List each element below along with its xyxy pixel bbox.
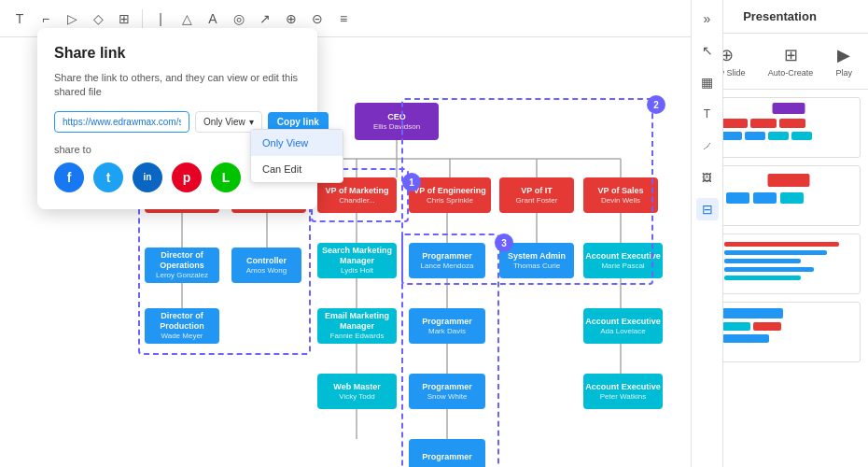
slides-panel-icon[interactable]: ⊟ [696,198,719,220]
slide1-ceo-box [772,103,805,114]
share-link-input[interactable] [54,111,189,133]
slide4-content [717,303,860,348]
slide3-lines [717,234,860,288]
pinterest-share-icon[interactable]: p [172,163,202,192]
linkedin-share-icon[interactable]: in [133,163,162,192]
email-mkt-node[interactable]: Email Marketing Manager Fannie Edwards [317,308,397,344]
image-icon[interactable]: 🖼 [696,166,719,189]
acct-exec1-name: Marie Pascal [601,262,644,271]
dir-ops-title: Director of Operations [145,250,219,271]
programmer2-name: Mark Davis [428,327,466,336]
auto-create-icon: ⊞ [784,45,798,65]
text-tool-icon[interactable]: T [696,103,719,125]
vp-it-node[interactable]: VP of IT Grant Foster [499,177,574,213]
share-dialog: Share link Share the link to others, and… [37,28,317,209]
play-tool[interactable]: ▶ Play [835,45,852,78]
line-share-icon[interactable]: L [211,163,241,192]
dir-prod-node[interactable]: Director of Production Wade Meyer [145,308,219,344]
web-master-title: Web Master [333,382,380,392]
programmer3-node[interactable]: Programmer Snow White [409,374,485,409]
search-mkt-name: Lydis Holt [341,266,373,276]
programmer3-name: Snow White [427,392,468,402]
toolbar-triangle-icon[interactable]: △ [176,8,197,29]
controller-node[interactable]: Controller Amos Wong [231,248,301,283]
left-iconbar: » ↖ ▦ T ⟋ 🖼 ⊟ [691,0,723,467]
dir-prod-title: Director of Production [145,311,219,332]
vp-it-title: VP of IT [521,186,552,196]
search-mkt-node[interactable]: Search Marketing Manager Lydis Holt [317,243,397,278]
toolbar-separator-1 [142,9,143,28]
share-dropdown-menu: Only View Can Edit [250,129,343,183]
acct-exec3-name: Peter Watkins [600,392,647,402]
slide-preview-2[interactable] [716,165,861,226]
vp-sales-name: Devin Wells [601,196,640,205]
toolbar-add-icon[interactable]: ⊕ [281,8,301,29]
acct-exec3-title: Account Executive [585,382,661,392]
email-mkt-name: Fannie Edwards [330,332,385,341]
web-master-node[interactable]: Web Master Vicky Todd [317,374,397,409]
acct-exec2-node[interactable]: Account Executive Ada Lovelace [583,308,663,344]
ceo-title: CEO [387,112,406,122]
play-label: Play [835,68,852,78]
toolbar-menu-icon[interactable]: ≡ [333,8,354,29]
web-master-name: Vicky Todd [339,392,374,402]
auto-create-tool[interactable]: ⊞ Auto-Create [768,45,814,78]
toolbar-corner-icon[interactable]: ⌐ [35,8,56,29]
toolbar-text-icon[interactable]: T [9,8,30,29]
expand-icon[interactable]: » [696,7,719,30]
slide1-vp-row [721,119,805,128]
toolbar-arrow-icon[interactable]: ▷ [62,8,82,29]
vp-sales-title: VP of Sales [598,186,644,196]
ceo-node[interactable]: CEO Ellis Davidson [355,103,439,140]
programmer1-name: Lance Mendoza [421,262,474,271]
toolbar-font-color-icon[interactable]: A [203,8,223,29]
sys-admin-title: System Admin [508,251,566,262]
ceo-name: Ellis Davidson [373,122,420,132]
acct-exec3-node[interactable]: Account Executive Peter Watkins [583,374,663,409]
vp-engineering-name: Chris Sprinkle [427,196,473,205]
badge-2: 2 [647,95,665,114]
slide2-row [726,192,804,204]
vp-sales-node[interactable]: VP of Sales Devin Wells [583,177,658,213]
slide-preview-3[interactable] [716,234,861,294]
programmer1-node[interactable]: Programmer Lance Mendoza [409,243,485,278]
email-mkt-title: Email Marketing Manager [317,311,397,332]
programmer1-title: Programmer [422,251,472,262]
share-dialog-description: Share the link to others, and they can v… [54,71,301,100]
programmer4-title: Programmer [422,452,472,462]
acct-exec1-node[interactable]: Account Executive Marie Pascal [583,243,663,278]
share-dialog-title: Share link [54,45,301,62]
toolbar-line-icon[interactable]: | [150,8,171,29]
toolbar-minus-icon[interactable]: ⊝ [307,8,328,29]
twitter-share-icon[interactable]: t [93,163,123,192]
programmer4-node[interactable]: Programmer [409,439,485,467]
acct-exec2-name: Ada Lovelace [600,327,645,336]
slide2-top-box [767,174,809,187]
auto-create-label: Auto-Create [768,68,814,78]
vp-engineering-node[interactable]: VP of Engineering Chris Sprinkle [409,177,491,213]
slide-preview-1[interactable] [716,97,861,158]
dropdown-option-only-view[interactable]: Only View [251,130,343,156]
vp-marketing-title: VP of Marketing [326,186,389,196]
vp-it-name: Grant Foster [516,196,558,205]
acct-exec1-title: Account Executive [585,251,661,262]
vp-engineering-title: VP of Engineering [413,186,485,196]
connector-icon[interactable]: ⟋ [696,134,719,157]
dir-ops-node[interactable]: Director of Operations Leroy Gonzalez [145,248,219,283]
dropdown-option-can-edit[interactable]: Can Edit [251,156,343,182]
badge-3: 3 [495,234,513,252]
toolbar-link-icon[interactable]: ↗ [255,8,275,29]
cursor-tool-icon[interactable]: ↖ [696,39,719,62]
slide-preview-4[interactable] [716,302,861,362]
controller-title: Controller [246,256,287,266]
programmer2-title: Programmer [422,317,472,327]
toolbar-diamond-icon[interactable]: ◇ [88,8,108,29]
toolbar-circle-icon[interactable]: ◎ [229,8,249,29]
shapes-icon[interactable]: ▦ [696,71,719,93]
acct-exec2-title: Account Executive [585,317,661,327]
facebook-share-icon[interactable]: f [54,163,84,192]
dir-prod-name: Wade Meyer [161,332,203,341]
programmer2-node[interactable]: Programmer Mark Davis [409,308,485,344]
toolbar-grid-icon[interactable]: ⊞ [114,8,134,29]
controller-name: Amos Wong [246,266,287,276]
